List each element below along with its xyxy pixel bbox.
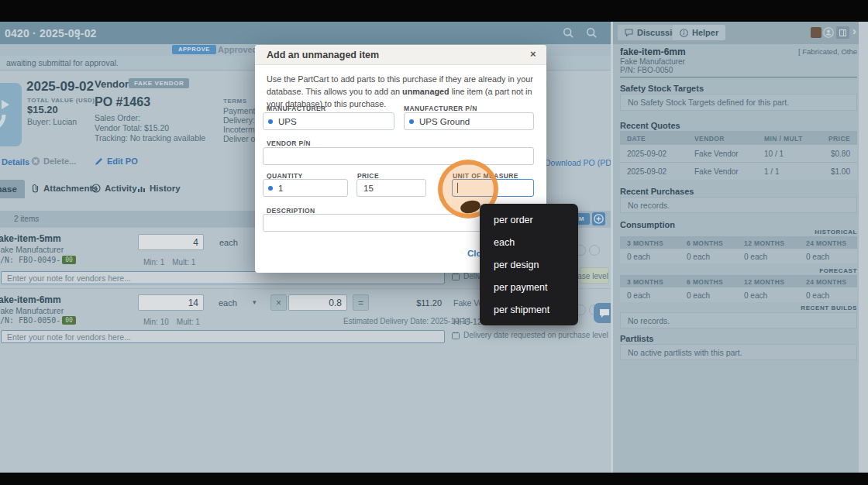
- tab-purchase[interactable]: Purchase: [0, 180, 25, 198]
- price-input[interactable]: [356, 179, 426, 197]
- total-value-label: TOTAL VALUE (USD): [27, 97, 95, 104]
- col-12-months: 12 MONTHS: [744, 239, 784, 247]
- col-3-months: 3 MONTHS: [627, 239, 663, 247]
- quote-min-mult: 10 / 1: [764, 150, 784, 158]
- sidebar-divider: [620, 77, 857, 77]
- chat-icon: [625, 29, 633, 36]
- filled-dot-icon: [268, 186, 273, 191]
- po-date: 2025-09-02: [26, 79, 94, 95]
- sidebar-scrollbar[interactable]: [859, 22, 868, 474]
- quantity-input[interactable]: [263, 179, 348, 197]
- panel-toggle-button[interactable]: [836, 26, 849, 39]
- delete-link-label: Delete...: [43, 157, 76, 166]
- row-action-icon[interactable]: [589, 245, 600, 256]
- quote-row[interactable]: 2025-09-02 Fake Vendor 10 / 1 $0.80: [620, 145, 857, 162]
- item-name: fake-item-5mm: [0, 233, 61, 244]
- uom-label: each: [219, 238, 238, 247]
- tab-helper[interactable]: Helper: [673, 25, 725, 40]
- col-12-months: 12 MONTHS: [744, 278, 784, 286]
- manufacturer-input[interactable]: [263, 112, 394, 130]
- item-manufacturer: Fake Manufacturer: [0, 245, 64, 254]
- paperclip-icon: [31, 184, 40, 193]
- col-price: PRICE: [828, 135, 850, 143]
- chevron-right-icon: ›: [207, 45, 210, 55]
- item-manufacturer: Fake Manufacturer: [0, 306, 64, 315]
- intro-text-bold: unmanaged: [402, 87, 450, 96]
- person-icon[interactable]: [823, 27, 834, 38]
- x-circle-icon: [31, 157, 40, 166]
- historical-3m: 0 each: [627, 253, 650, 261]
- col-min-mult: MIN / MULT: [764, 135, 803, 143]
- manufacturer-label: MANUFACTURER: [267, 105, 326, 112]
- manufacturer-pn-input[interactable]: [404, 112, 534, 130]
- estimated-delivery: Estimated Delivery Date: 2025-10-14: [343, 317, 444, 325]
- edit-po-link[interactable]: Edit PO: [95, 157, 138, 166]
- tab-history[interactable]: History: [137, 184, 181, 193]
- tab-attachments[interactable]: Attachments: [31, 184, 98, 193]
- col-date: DATE: [627, 135, 646, 143]
- manufacturer-pn-label: MANUFACTURER P/N: [404, 105, 477, 112]
- add-item-button[interactable]: [592, 212, 605, 225]
- col-6-months: 6 MONTHS: [687, 278, 723, 286]
- vendor-pn-label: VENDOR P/N: [267, 139, 311, 147]
- search-icon[interactable]: [563, 27, 574, 39]
- filled-dot-icon: [268, 119, 273, 124]
- partlists-empty: No active partlists with this part.: [620, 344, 857, 360]
- user-avatar[interactable]: [811, 27, 822, 38]
- po-title: 0420 · 2025-09-02: [5, 27, 97, 40]
- tab-activity-label: Activity: [105, 184, 137, 193]
- tracking-status: Tracking: No tracking available: [95, 133, 205, 143]
- clock-icon: [91, 184, 101, 193]
- col-24-months: 24 MONTHS: [806, 239, 846, 247]
- quantity-input[interactable]: 4: [138, 234, 204, 250]
- sidebar-part-manufacturer: Fake Manufacturer: [620, 57, 685, 66]
- item-part-number: P/N: FBO-0050- 00: [0, 316, 76, 325]
- historical-12m: 0 each: [744, 253, 767, 261]
- uom-option-each[interactable]: each: [480, 231, 578, 253]
- sidebar-part-name: fake-item-6mm: [620, 46, 686, 57]
- mult-value: Mult: 1: [172, 258, 195, 267]
- approval-status-note: awaiting submittal for approval.: [6, 58, 119, 67]
- safety-stock-empty: No Safety Stock Targets defined for this…: [620, 94, 857, 111]
- vendor-badge[interactable]: FAKE VENDOR: [129, 78, 189, 88]
- recent-quotes-title: Recent Quotes: [620, 121, 680, 130]
- multiply-operator: ×: [270, 294, 287, 311]
- info-icon: [680, 29, 688, 37]
- forecast-24m: 0 each: [806, 291, 829, 300]
- chevron-down-icon[interactable]: ▾: [253, 298, 257, 306]
- vendor-pn-input[interactable]: [263, 147, 534, 165]
- uom-option-per-design[interactable]: per design: [480, 253, 578, 276]
- sidebar-tabbar: Discussion Helper ›: [613, 22, 859, 44]
- chevron-right-icon[interactable]: ›: [852, 25, 856, 37]
- filled-dot-icon: [409, 119, 414, 124]
- recent-builds-label: RECENT BUILDS: [620, 304, 857, 311]
- revision-badge: 00: [62, 316, 76, 325]
- buyer: Buyer: Lucian: [27, 117, 77, 126]
- kebab-menu-icon[interactable]: [78, 28, 80, 41]
- revision-badge: 00: [62, 256, 76, 264]
- bottom-letterbox: [0, 473, 868, 485]
- po-avatar: [0, 83, 22, 146]
- download-po-link[interactable]: Download PO (PDF): [545, 158, 619, 167]
- close-icon[interactable]: ×: [530, 48, 536, 60]
- sidebar-part-pn: P/N: FBO-0050: [620, 66, 673, 74]
- delete-link[interactable]: Delete...: [31, 157, 76, 166]
- uom-option-per-shipment[interactable]: per shipment: [480, 298, 578, 321]
- quantity-input[interactable]: 14: [138, 294, 204, 311]
- line-total: $11.20: [401, 298, 442, 308]
- partlists-title: Partlists: [620, 334, 653, 343]
- details-link[interactable]: Details: [2, 157, 29, 167]
- tab-activity[interactable]: Activity: [91, 184, 137, 193]
- search-icon[interactable]: [586, 27, 598, 39]
- sales-order: Sales Order:: [95, 113, 140, 122]
- price-input[interactable]: 0.8: [288, 294, 347, 311]
- uom-dropdown-value[interactable]: each: [219, 298, 237, 308]
- uom-option-per-order[interactable]: per order: [480, 208, 578, 231]
- quote-row[interactable]: 2025-09-02 Fake Vendor 1 / 1 $1.00: [620, 162, 857, 180]
- vendor-note-input[interactable]: [1, 330, 445, 343]
- tab-history-label: History: [150, 184, 181, 193]
- uom-option-per-payment[interactable]: per payment: [480, 276, 578, 298]
- min-value: Min: 1: [143, 258, 164, 267]
- recent-purchases-title: Recent Purchases: [620, 187, 694, 196]
- vendor-note-input[interactable]: [1, 271, 445, 284]
